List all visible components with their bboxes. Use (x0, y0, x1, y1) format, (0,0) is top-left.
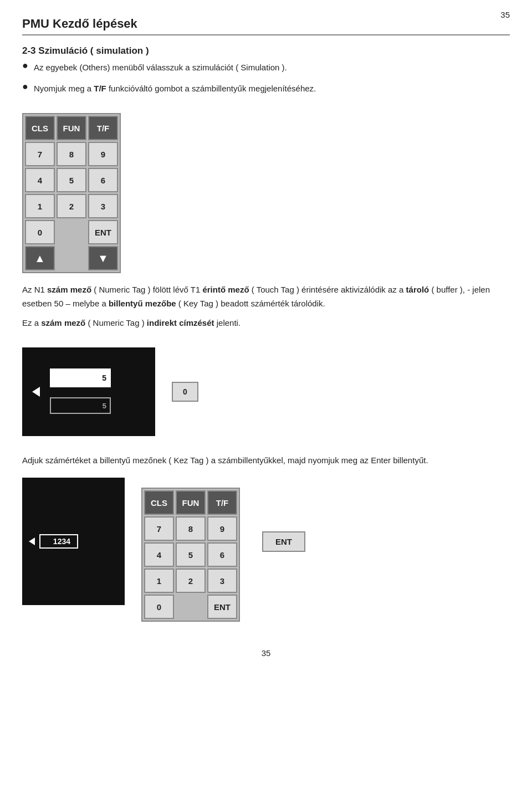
touch-text: Touch (257, 285, 279, 294)
key-ent-1[interactable]: ENT (88, 220, 118, 244)
section-heading: 2-3 Szimuláció ( simulation ) (22, 45, 510, 57)
keypad-2: CLS FUN T/F 7 8 9 4 5 6 1 2 3 0 ENT (141, 488, 240, 622)
page-number-top: 35 (500, 10, 510, 19)
sim-screen-1: 5 5 (22, 347, 155, 436)
bullet-dot-1: ● (22, 60, 28, 71)
bold-szam-mezo: szám mező (47, 285, 91, 294)
key2-cls[interactable]: CLS (144, 490, 174, 515)
bullet-item-2: ● Nyomjuk meg a T/F funkcióváltó gombot … (22, 82, 510, 100)
key2-ent[interactable]: ENT (207, 595, 237, 619)
bold-erinto-mezo: érintő mező (202, 285, 249, 294)
para-2: Ez a szám mező ( Numeric Tag ) indirekt … (22, 316, 510, 330)
sim-cursor-1 (32, 387, 40, 397)
ent-button[interactable]: ENT (262, 531, 305, 552)
bold-tarolo: tároló (406, 285, 429, 294)
key-fun[interactable]: FUN (57, 116, 86, 140)
key2-fun[interactable]: FUN (176, 490, 206, 515)
key-empty-1 (57, 220, 86, 244)
key2-2[interactable]: 2 (176, 569, 206, 593)
key-6[interactable]: 6 (88, 168, 118, 192)
key2-8[interactable]: 8 (176, 516, 206, 541)
keypad-grid-1: CLS FUN T/F 7 8 9 4 5 6 1 2 3 0 ENT ▲ ▼ (22, 113, 121, 273)
key-empty-2 (57, 246, 86, 270)
key-3[interactable]: 3 (88, 194, 118, 218)
bullet-text-2: Nyomjuk meg a T/F funkcióváltó gombot a … (34, 82, 316, 95)
key-2[interactable]: 2 (57, 194, 86, 218)
bullet-item-1: ● Az egyebek (Others) menüből válasszuk … (22, 61, 510, 79)
key-9[interactable]: 9 (88, 142, 118, 166)
key2-1[interactable]: 1 (144, 569, 174, 593)
page-number-bottom: 35 (22, 648, 510, 658)
key-0[interactable]: 0 (25, 220, 55, 244)
sim-input-field-1: 5 (50, 368, 111, 387)
cursor-arrow (105, 129, 115, 138)
key2-4[interactable]: 4 (144, 542, 174, 567)
key2-5[interactable]: 5 (176, 542, 206, 567)
keypad-grid-2: CLS FUN T/F 7 8 9 4 5 6 1 2 3 0 ENT (141, 488, 240, 622)
keypad-1: CLS FUN T/F 7 8 9 4 5 6 1 2 3 0 ENT ▲ ▼ (22, 113, 121, 273)
key2-empty (176, 595, 206, 619)
key2-0[interactable]: 0 (144, 595, 174, 619)
key-1[interactable]: 1 (25, 194, 55, 218)
key2-3[interactable]: 3 (207, 569, 237, 593)
key-arrow-down[interactable]: ▼ (88, 246, 118, 270)
key-tf[interactable]: T/F (88, 116, 118, 140)
key-5[interactable]: 5 (57, 168, 86, 192)
key-8[interactable]: 8 (57, 142, 86, 166)
key2-9[interactable]: 9 (207, 516, 237, 541)
key2-6[interactable]: 6 (207, 542, 237, 567)
page-title: PMU Kezdő lépések (22, 17, 510, 35)
bullet-dot-2: ● (22, 81, 28, 93)
para-3: Adjuk számértéket a billentyű mezőnek ( … (22, 454, 510, 468)
key-7[interactable]: 7 (25, 142, 55, 166)
key2-tf[interactable]: T/F (207, 490, 237, 515)
key2-7[interactable]: 7 (144, 516, 174, 541)
bottom-screen: 1234 (22, 478, 125, 605)
para-1: Az N1 szám mező ( Numeric Tag ) fölött l… (22, 283, 510, 311)
key-4[interactable]: 4 (25, 168, 55, 192)
ent-button-wrap: ENT (257, 478, 305, 605)
bottom-section: 1234 CLS FUN T/F 7 8 9 4 5 6 1 2 3 0 E (22, 478, 510, 632)
key-arrow-up[interactable]: ▲ (25, 246, 55, 270)
bold-indirekt: indirekt címzését (147, 318, 214, 327)
bullet-text-1: Az egyebek (Others) menüből válasszuk a … (34, 61, 287, 74)
sim-value-display: 0 (172, 382, 198, 402)
bottom-value-1234: 1234 (39, 534, 78, 549)
key-cls[interactable]: CLS (25, 116, 55, 140)
sim-input-field-2: 5 (50, 397, 111, 414)
bold-billentyu-mezobe: billentyű mezőbe (109, 299, 176, 308)
bottom-cursor (29, 537, 35, 545)
bold-szam-mezo-2: szám mező (41, 318, 85, 327)
